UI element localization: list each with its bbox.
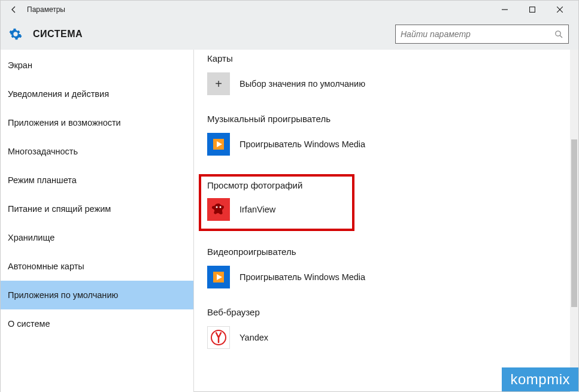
sidebar-item-label: Экран: [8, 60, 32, 70]
back-button[interactable]: [5, 1, 22, 18]
default-app-maps[interactable]: + Выбор значения по умолчанию: [207, 72, 564, 96]
sidebar-item-label: Приложения по умолчанию: [8, 290, 118, 300]
sidebar-item-label: Приложения и возможности: [8, 118, 121, 127]
header: СИСТЕМА: [1, 19, 578, 50]
sidebar-item-label: Питание и спящий режим: [8, 204, 111, 214]
sidebar-item-label: О системе: [8, 319, 50, 329]
search-box[interactable]: [395, 25, 569, 44]
sidebar-item-label: Уведомления и действия: [8, 89, 109, 99]
svg-point-8: [216, 206, 218, 208]
wmp-icon: [207, 266, 230, 288]
window-title: Параметры: [27, 5, 65, 14]
wmp-icon: [207, 133, 230, 156]
svg-line-5: [560, 35, 562, 38]
body: Экран Уведомления и действия Приложения …: [1, 50, 578, 392]
app-name: Проигрыватель Windows Media: [240, 139, 365, 149]
yandex-icon: [207, 326, 230, 349]
section-browser: Веб-браузер Yandex: [207, 307, 564, 350]
close-button[interactable]: [546, 1, 574, 19]
default-app-photos[interactable]: IrfanView: [207, 197, 346, 221]
sidebar-item-tablet-mode[interactable]: Режим планшета: [1, 166, 193, 195]
sidebar-item-label: Многозадачность: [8, 147, 78, 156]
svg-rect-1: [530, 7, 535, 13]
vertical-scrollbar[interactable]: [570, 50, 578, 392]
sidebar-item-notifications[interactable]: Уведомления и действия: [1, 80, 193, 108]
section-title: Карты: [207, 53, 564, 63]
app-name: Проигрыватель Windows Media: [240, 272, 365, 282]
highlight-annotation: Просмотр фотографий IrfanView: [199, 174, 354, 231]
page-title: СИСТЕМА: [33, 29, 83, 39]
sidebar-item-label: Режим планшета: [8, 175, 77, 185]
content: Карты + Выбор значения по умолчанию Музы…: [194, 50, 578, 392]
section-title: Веб-браузер: [207, 307, 564, 317]
scrollbar-thumb[interactable]: [571, 139, 577, 307]
section-title: Видеопроигрыватель: [207, 247, 564, 257]
section-title: Музыкальный проигрыватель: [207, 114, 564, 124]
search-icon: [554, 29, 563, 39]
section-video: Видеопроигрыватель Проигрыватель Windows…: [207, 247, 564, 289]
watermark: kompmix: [502, 367, 578, 391]
app-name: Выбор значения по умолчанию: [240, 79, 365, 89]
sidebar-item-default-apps[interactable]: Приложения по умолчанию: [1, 281, 193, 309]
svg-point-9: [220, 206, 222, 208]
titlebar: Параметры: [1, 1, 578, 19]
app-name: Yandex: [240, 333, 268, 342]
sidebar-item-display[interactable]: Экран: [1, 51, 193, 80]
sidebar-item-about[interactable]: О системе: [1, 309, 193, 338]
minimize-button[interactable]: [491, 1, 519, 19]
section-title: Просмотр фотографий: [207, 180, 346, 190]
sidebar: Экран Уведомления и действия Приложения …: [1, 50, 193, 392]
gear-icon: [9, 28, 22, 41]
default-app-browser[interactable]: Yandex: [207, 326, 564, 350]
sidebar-item-power-sleep[interactable]: Питание и спящий режим: [1, 195, 193, 223]
sidebar-item-storage[interactable]: Хранилище: [1, 223, 193, 252]
settings-window: Параметры СИСТЕМА: [0, 0, 579, 392]
default-app-video[interactable]: Проигрыватель Windows Media: [207, 265, 564, 289]
search-input[interactable]: [401, 29, 554, 39]
default-app-music[interactable]: Проигрыватель Windows Media: [207, 132, 564, 156]
svg-point-4: [556, 31, 560, 36]
sidebar-item-label: Хранилище: [8, 233, 54, 242]
app-name: IrfanView: [240, 205, 275, 214]
section-maps: Карты + Выбор значения по умолчанию: [207, 53, 564, 96]
sidebar-item-apps-features[interactable]: Приложения и возможности: [1, 108, 193, 137]
window-controls: [491, 1, 574, 19]
maximize-button[interactable]: [519, 1, 546, 19]
sidebar-item-multitasking[interactable]: Многозадачность: [1, 137, 193, 166]
sidebar-item-offline-maps[interactable]: Автономные карты: [1, 252, 193, 281]
plus-icon: +: [207, 72, 230, 95]
irfanview-icon: [207, 198, 230, 221]
sidebar-item-label: Автономные карты: [8, 262, 84, 271]
section-music: Музыкальный проигрыватель Проигрыватель …: [207, 114, 564, 156]
